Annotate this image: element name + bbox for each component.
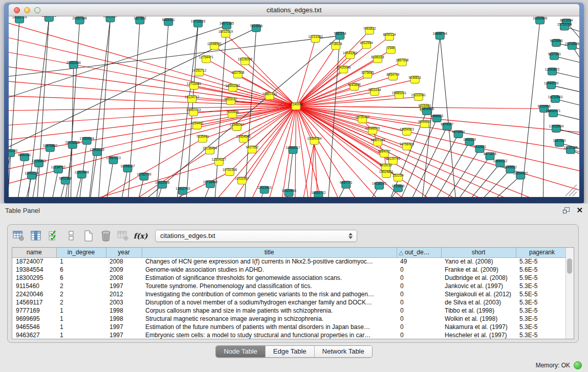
graph-node-label: 9427552	[246, 145, 258, 149]
graph-node-label: 7254402	[191, 121, 204, 125]
attribute-table: namein_degreeyeartitle△out_de…shortpager…	[12, 247, 574, 339]
table-row[interactable]: 911546021997Tourette syndrome. Phenomeno…	[12, 282, 568, 290]
minimize-window-button[interactable]	[24, 7, 30, 13]
graph-node-label: 20553346	[67, 61, 81, 64]
graph-node-label: 11546047	[230, 123, 244, 126]
close-panel-icon[interactable]: ✕	[576, 207, 583, 214]
table-cell: 9777169	[12, 307, 56, 315]
network-window-titlebar[interactable]: citations_edges.txt	[9, 4, 579, 16]
table-row[interactable]: 1938455462009Genome-wide association stu…	[12, 266, 568, 274]
table-row[interactable]: 946554611997Estimation of the future num…	[12, 323, 568, 331]
column-header[interactable]: △out_de…	[397, 248, 441, 257]
graph-node-label: 12210335	[563, 146, 578, 149]
table-gear-icon	[13, 230, 25, 242]
graph-node-label: 15685201	[392, 91, 407, 95]
table-cell: Estimation of the future numbers of pati…	[142, 323, 397, 331]
table-cell: Franke et al. (2009)	[441, 266, 516, 274]
table-cell: Structural magnetic resonance image aver…	[142, 315, 397, 323]
graph-node-label: 8850281	[18, 153, 31, 157]
graph-node-label: 17359934	[79, 137, 94, 140]
graph-node-label: 6466161	[162, 18, 175, 21]
table-scrollbar-thumb[interactable]	[567, 258, 572, 274]
new-column-button[interactable]	[81, 229, 95, 243]
table-row[interactable]: 977716911998Corpus callosum shape and si…	[12, 307, 568, 315]
graph-edge	[9, 19, 19, 197]
table-selector-value: citations_edges.txt	[156, 232, 346, 239]
graph-node-label: 8813054	[560, 18, 573, 22]
zoom-window-button[interactable]	[34, 7, 40, 13]
graph-node-label: 19384554	[307, 137, 322, 140]
table-cell: de Silva et al. (2003)	[441, 298, 516, 307]
network-view[interactable]: 1724004114055724226914062035734610653287…	[9, 16, 579, 197]
two-squares-icon	[67, 230, 75, 242]
table-row[interactable]: 2242004622012Investigating the contribut…	[12, 290, 568, 298]
table-cell: Wolkin et al. (1998)	[441, 315, 516, 323]
graph-node-label: 20357346	[72, 16, 87, 20]
table-tabs: Node TableEdge TableNetwork Table	[215, 345, 373, 358]
table-cell: 1998	[106, 307, 142, 315]
table-row[interactable]: 1456911722003Disruption of a novel membe…	[12, 298, 568, 307]
select-all-button[interactable]	[47, 229, 60, 243]
delete-columns-button[interactable]	[99, 229, 113, 243]
graph-node-label: 9699695	[418, 120, 431, 123]
table-cell: 18300295	[12, 274, 56, 282]
table-cell: 0	[397, 290, 441, 298]
graph-node-label: 15218596	[565, 42, 579, 46]
column-header[interactable]: title	[142, 248, 397, 257]
float-panel-icon[interactable]	[563, 207, 570, 214]
column-header[interactable]: pagerank	[516, 248, 568, 257]
graph-node-label: 2867608	[396, 58, 408, 62]
graph-node-label: 2803144	[368, 88, 381, 92]
graph-node-label: 10922098	[155, 181, 170, 184]
table-cell: Corpus callosum shape and size in male p…	[142, 307, 397, 315]
table-mode-button[interactable]	[12, 229, 26, 243]
graph-node-label: 11156803	[32, 159, 46, 163]
table-cell: 0	[397, 282, 441, 290]
column-header[interactable]: short	[441, 248, 516, 257]
clear-selection-button[interactable]	[64, 229, 78, 243]
show-columns-button[interactable]	[29, 229, 43, 243]
graph-node-label: 20206535	[66, 141, 80, 144]
tab-node-table[interactable]: Node Table	[216, 346, 265, 357]
table-row[interactable]: 969969511998Structural magnetic resonanc…	[12, 315, 568, 323]
graph-node-label: 6679197	[441, 122, 453, 126]
table-scrollbar[interactable]	[565, 248, 574, 339]
graph-node-label: 12093872	[545, 68, 560, 71]
graph-node-label: 2718126	[330, 42, 342, 46]
graph-node-label: 2935114	[463, 138, 476, 141]
network-window: citations_edges.txt 17240041140557242269…	[4, 3, 584, 203]
graph-edge	[543, 108, 544, 197]
table-row[interactable]: 1830029562008Estimation of significance …	[12, 274, 568, 282]
network-canvas[interactable]: 1724004114055724226914062035734610653287…	[9, 16, 579, 197]
sort-indicator: △	[399, 249, 403, 255]
table-panel: Table Panel ✕	[0, 204, 588, 372]
function-builder-button[interactable]: f(x)	[134, 229, 147, 243]
graph-node-label: 8454749	[387, 73, 400, 76]
table-cell: 1997	[106, 331, 142, 339]
table-cell: 5.3E-5	[516, 257, 568, 266]
table-cell: 1	[56, 323, 106, 331]
table-row[interactable]: 1872400712008Changes of HCN gene express…	[12, 257, 568, 266]
tab-edge-table[interactable]: Edge Table	[265, 346, 314, 357]
table-row[interactable]: 946362711997Embryonic stem cells: a mode…	[12, 331, 568, 339]
graph-edge	[9, 106, 296, 172]
graph-node-label: 10653287	[103, 16, 118, 18]
column-header[interactable]: year	[106, 248, 142, 257]
graph-node-label: 8690124	[383, 33, 396, 36]
close-window-button[interactable]	[14, 7, 20, 13]
column-header[interactable]: name	[12, 248, 56, 257]
tab-network-table[interactable]: Network Table	[314, 346, 372, 357]
graph-edge	[78, 141, 87, 197]
table-cell: Embryonic stem cells: a model to study s…	[142, 331, 397, 339]
cytoscape-app: citations_edges.txt 17240041140557242269…	[0, 0, 588, 372]
column-header[interactable]: in_degree	[56, 248, 106, 257]
table-cell: 0	[397, 331, 441, 339]
graph-node-label: 16210643	[548, 95, 563, 99]
table-cell: 5.3E-5	[516, 298, 568, 307]
table-selector-dropdown[interactable]: citations_edges.txt	[155, 230, 357, 242]
graph-node-label: 16120746	[386, 157, 401, 160]
node-table[interactable]: namein_degreeyeartitle△out_de…shortpager…	[12, 248, 569, 339]
graph-edge	[426, 142, 470, 197]
table-cell: Changes of HCN gene expression and I(f) …	[142, 257, 397, 266]
delete-table-button[interactable]	[116, 229, 130, 243]
